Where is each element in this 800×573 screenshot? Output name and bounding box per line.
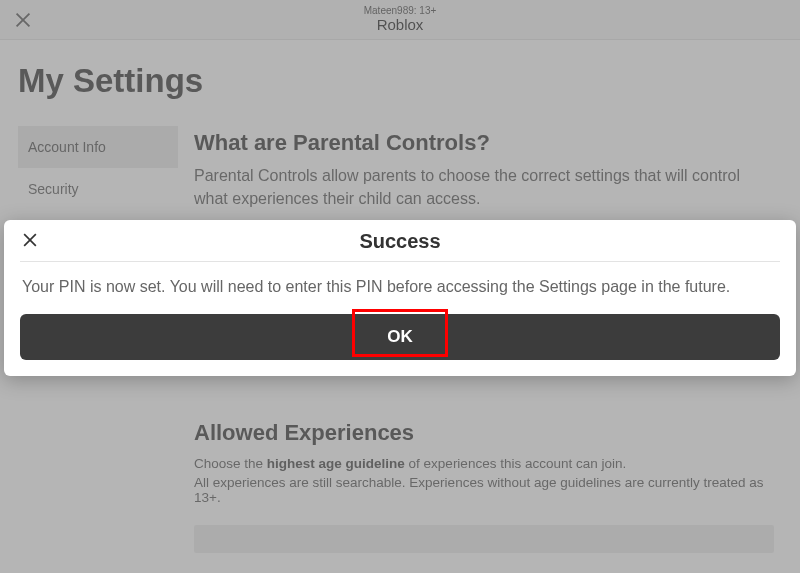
- success-modal: Success Your PIN is now set. You will ne…: [4, 220, 796, 376]
- modal-title: Success: [359, 230, 440, 253]
- close-icon[interactable]: [20, 230, 40, 250]
- modal-header: Success: [20, 230, 780, 262]
- modal-body-text: Your PIN is now set. You will need to en…: [20, 262, 780, 314]
- ok-button[interactable]: OK: [20, 314, 780, 360]
